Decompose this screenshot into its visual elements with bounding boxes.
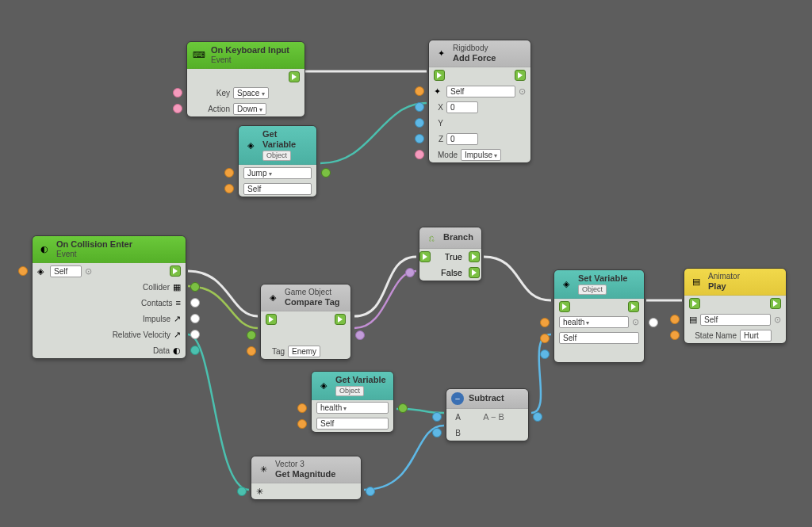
flow-in-port[interactable] (266, 314, 277, 325)
node-title: Compare Tag (285, 297, 339, 307)
y-port[interactable] (415, 118, 424, 128)
object-port[interactable] (247, 330, 256, 340)
node-on-collision-enter[interactable]: ◐ On Collision Enter Event ◈ Self ⊙ Coll… (32, 235, 186, 359)
action-input-port[interactable] (173, 104, 182, 113)
node-title: Play (708, 281, 740, 292)
name-port[interactable] (540, 318, 550, 327)
collider-port[interactable] (190, 282, 200, 292)
node-header: ◈ Set Variable Object (554, 270, 644, 299)
node-rigidbody-add-force[interactable]: ✦ Rigidbody Add Force ✦ Self ⊙ X 0 Y Z (428, 40, 531, 163)
node-on-keyboard-input[interactable]: ⌨ On Keyboard Input Event Key Space Acti… (186, 41, 305, 117)
z-label: Z (434, 135, 443, 143)
node-title: Get Magnitude (275, 469, 335, 479)
mode-port[interactable] (415, 150, 424, 159)
tag-port[interactable] (247, 346, 256, 356)
z-field[interactable]: 0 (446, 133, 478, 145)
x-field[interactable]: 0 (446, 101, 478, 113)
node-title: Get Variable (335, 375, 386, 385)
relvel-port[interactable] (190, 330, 200, 339)
subtract-formula: A − B (464, 412, 523, 422)
contacts-port[interactable] (190, 298, 200, 307)
variable-icon: ◈ (243, 138, 258, 152)
target-port[interactable] (224, 184, 234, 193)
node-title: Set Variable (578, 273, 627, 284)
node-get-magnitude[interactable]: ✳ Vector 3 Get Magnitude ✳ (251, 456, 362, 500)
target-port[interactable] (540, 334, 550, 343)
target-port[interactable] (297, 419, 307, 429)
value-out-port[interactable] (321, 168, 331, 178)
node-get-variable-health[interactable]: ◈ Get Variable Object health Self (311, 371, 394, 433)
node-header: ▤ Animator Play (684, 269, 786, 296)
key-field[interactable]: Space (233, 87, 269, 99)
node-animator-play[interactable]: ▤ Animator Play ▤ Self ⊙ State Name Hurt (684, 268, 787, 344)
x-port[interactable] (415, 102, 424, 112)
flow-in-port[interactable] (689, 298, 700, 309)
flow-out-port[interactable] (335, 314, 346, 325)
name-port[interactable] (297, 403, 307, 413)
flow-in-port[interactable] (434, 70, 445, 81)
flow-in-port[interactable] (559, 301, 570, 312)
tag-field[interactable]: Enemy (288, 346, 320, 357)
flow-out-port[interactable] (628, 301, 639, 312)
target-field[interactable]: Self (559, 332, 639, 344)
var-name-field[interactable]: health (559, 316, 629, 328)
cond-port[interactable] (405, 268, 415, 277)
node-get-variable-jump[interactable]: ◈ Get Variable Object Jump Self (238, 125, 317, 197)
node-compare-tag[interactable]: ◈ Game Object Compare Tag Tag Enemy (260, 284, 351, 360)
node-branch[interactable]: ⎌ Branch True False (419, 227, 482, 281)
node-set-variable[interactable]: ◈ Set Variable Object health ⊙ Self (553, 269, 645, 363)
key-input-port[interactable] (173, 88, 182, 97)
bool-out-port[interactable] (355, 330, 365, 340)
a-port[interactable] (432, 412, 442, 422)
value-out-port[interactable] (649, 318, 658, 327)
var-name-field[interactable]: health (316, 402, 389, 414)
data-label: Data (153, 346, 170, 355)
node-subtract[interactable]: − Subtract A A − B B (446, 388, 529, 441)
data-port[interactable] (190, 346, 200, 355)
collider-label: Collider (143, 283, 170, 292)
node-header: ✦ Rigidbody Add Force (429, 40, 530, 67)
target-field[interactable]: Self (316, 418, 389, 430)
tag-label: Tag (266, 347, 285, 356)
node-scope[interactable]: Object (578, 285, 607, 295)
name-port[interactable] (224, 168, 234, 178)
node-header: ✳ Vector 3 Get Magnitude (251, 456, 361, 483)
node-scope[interactable]: Object (262, 151, 291, 161)
value-in-port[interactable] (540, 349, 550, 359)
flow-in-port[interactable] (419, 251, 431, 262)
self-port[interactable] (18, 266, 28, 276)
state-field[interactable]: Hurt (740, 330, 772, 342)
target-field[interactable]: Self (700, 314, 771, 326)
false-flow-port[interactable] (469, 267, 480, 278)
node-title: Get Variable (262, 129, 312, 150)
z-port[interactable] (415, 134, 424, 143)
target-port[interactable] (670, 315, 680, 324)
true-flow-port[interactable] (469, 251, 480, 262)
value-out-port[interactable] (398, 403, 408, 413)
target-field[interactable]: Self (446, 86, 515, 97)
node-header: − Subtract (446, 389, 528, 409)
flow-out-port[interactable] (170, 265, 181, 277)
flow-out-port[interactable] (770, 298, 781, 309)
node-scope[interactable]: Object (335, 386, 364, 396)
mode-field[interactable]: Impulse (461, 149, 501, 161)
vector-in-port[interactable] (237, 487, 247, 496)
node-subtitle: Event (56, 250, 132, 259)
rigidbody-icon: ✦ (434, 47, 448, 61)
mode-label: Mode (434, 151, 458, 159)
self-field[interactable]: Self (50, 265, 82, 277)
magnitude-out-port[interactable] (366, 487, 375, 496)
impulse-port[interactable] (190, 314, 200, 323)
flow-out-port[interactable] (515, 70, 526, 81)
target-field[interactable]: Self (243, 183, 312, 195)
state-port[interactable] (670, 330, 680, 340)
node-category: Vector 3 (275, 460, 335, 469)
result-port[interactable] (533, 412, 542, 422)
target-port[interactable] (415, 86, 424, 96)
action-field[interactable]: Down (233, 103, 266, 115)
node-category: Game Object (285, 288, 339, 297)
b-port[interactable] (432, 428, 442, 437)
flow-out-port[interactable] (289, 71, 300, 82)
var-name-field[interactable]: Jump (243, 167, 312, 179)
node-header: ⎌ Branch (419, 227, 481, 249)
